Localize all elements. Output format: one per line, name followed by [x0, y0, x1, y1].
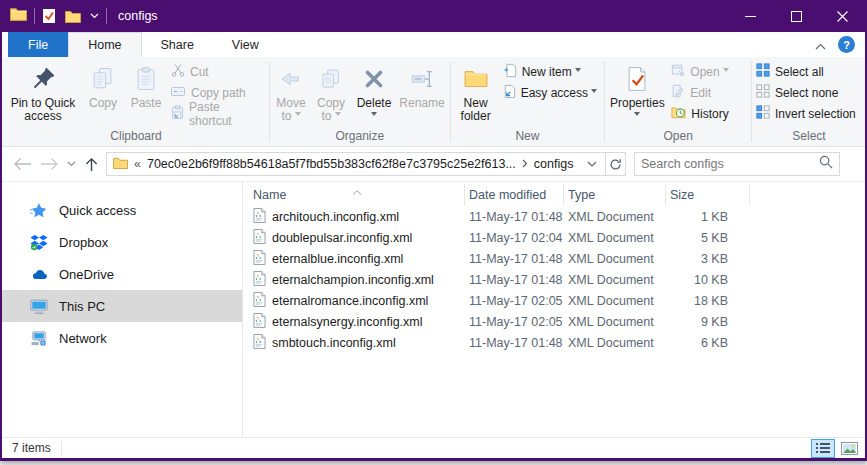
table-row[interactable]: smbtouch.inconfig.xml 11-May-17 01:48 XM…: [249, 332, 865, 353]
help-icon[interactable]: ?: [838, 36, 855, 53]
sidebar-item-onedrive[interactable]: OneDrive: [2, 258, 242, 290]
dropdown-arrow-icon: [634, 112, 640, 119]
ribbon-group-divider: [450, 62, 451, 142]
copy-icon: [89, 63, 117, 95]
tab-file[interactable]: File: [8, 32, 68, 57]
column-header-size[interactable]: Size: [666, 184, 750, 206]
minimize-button[interactable]: [727, 0, 773, 32]
xml-file-icon: [253, 271, 266, 289]
properties-button[interactable]: Properties: [606, 60, 668, 119]
table-row[interactable]: eternalromance.inconfig.xml 11-May-17 02…: [249, 290, 865, 311]
column-header-date-modified[interactable]: Date modified: [465, 184, 564, 206]
group-label-open: Open: [606, 128, 750, 146]
select-none-button[interactable]: Select none: [753, 82, 865, 103]
breadcrumb: « 70ec0e2b6f9ff88b54618a5f7fbd55b383cf62…: [107, 153, 579, 175]
address-bar[interactable]: « 70ec0e2b6f9ff88b54618a5f7fbd55b383cf62…: [106, 152, 626, 176]
navigation-pane: Quick access Dropbox OneDrive This PC: [2, 182, 243, 437]
ribbon-group-open: Properties Open Edit: [606, 58, 750, 146]
address-bar-row: « 70ec0e2b6f9ff88b54618a5f7fbd55b383cf62…: [2, 147, 865, 182]
recent-locations-chevron-icon[interactable]: [64, 158, 79, 170]
sort-ascending-icon: [352, 184, 362, 198]
paste-button: Paste: [124, 60, 168, 110]
collapse-ribbon-chevron-icon[interactable]: [815, 36, 826, 54]
ribbon-group-clipboard: Pin to Quick access Copy Paste: [4, 58, 268, 146]
maximize-button[interactable]: [773, 0, 819, 32]
ribbon-group-divider: [604, 62, 605, 142]
dropbox-icon: [29, 234, 48, 251]
group-label-select: Select: [753, 128, 865, 146]
search-input[interactable]: [641, 157, 819, 171]
tab-home[interactable]: Home: [68, 32, 141, 57]
quick-access-toolbar: [42, 8, 99, 24]
sidebar-item-this-pc[interactable]: This PC: [2, 290, 242, 322]
button-label: Copy to: [311, 97, 351, 123]
qat-properties-button[interactable]: [42, 8, 56, 24]
button-label: Copy: [89, 97, 117, 110]
details-view-button[interactable]: [811, 439, 835, 458]
button-label: Invert selection: [775, 107, 856, 121]
address-dropdown-chevron-icon[interactable]: [579, 153, 605, 175]
invert-selection-icon: [756, 105, 770, 122]
sidebar-item-label: Network: [59, 331, 107, 346]
breadcrumb-parent-folder[interactable]: 70ec0e2b6f9ff88b54618a5f7fbd55b383cf62f8…: [147, 157, 516, 171]
open-icon: [671, 63, 685, 80]
close-button[interactable]: [819, 0, 865, 32]
pin-to-quick-access-button[interactable]: Pin to Quick access: [4, 60, 82, 123]
ribbon-group-divider: [751, 62, 752, 142]
table-row[interactable]: doublepulsar.inconfig.xml 11-May-17 02:0…: [249, 227, 865, 248]
breadcrumb-current-folder[interactable]: configs: [534, 157, 574, 171]
ribbon-group-divider: [269, 62, 270, 142]
column-header-type[interactable]: Type: [564, 184, 666, 206]
new-item-button[interactable]: New item: [500, 61, 602, 82]
select-all-button[interactable]: Select all: [753, 61, 865, 82]
refresh-button[interactable]: [605, 153, 625, 175]
table-row[interactable]: eternalchampion.inconfig.xml 11-May-17 0…: [249, 269, 865, 290]
history-clock-icon: [671, 105, 686, 122]
button-label: Select all: [775, 65, 824, 79]
button-label: Rename: [399, 97, 444, 110]
column-headers: Name Date modified Type Size: [249, 184, 865, 206]
file-rows: architouch.inconfig.xml 11-May-17 01:48 …: [249, 206, 865, 353]
qat-new-folder-button[interactable]: [65, 10, 81, 23]
explorer-folder-icon: [10, 7, 27, 25]
easy-access-icon: [503, 84, 516, 102]
column-header-name[interactable]: Name: [249, 184, 465, 206]
select-none-icon: [756, 84, 770, 101]
titlebar-separator: [34, 8, 35, 24]
file-list-pane: Name Date modified Type Size architouch.…: [243, 182, 865, 437]
history-button[interactable]: History: [668, 103, 748, 124]
window-title: configs: [118, 9, 158, 23]
table-row[interactable]: architouch.inconfig.xml 11-May-17 01:48 …: [249, 206, 865, 227]
invert-selection-button[interactable]: Invert selection: [753, 103, 865, 124]
breadcrumb-overflow-glyph[interactable]: «: [134, 157, 141, 171]
table-row[interactable]: eternalsynergy.inconfig.xml 11-May-17 02…: [249, 311, 865, 332]
thumbnails-view-button[interactable]: [837, 439, 861, 458]
table-row[interactable]: eternalblue.inconfig.xml 11-May-17 01:48…: [249, 248, 865, 269]
sidebar-item-dropbox[interactable]: Dropbox: [2, 226, 242, 258]
onedrive-icon: [29, 268, 48, 280]
button-label: New item: [522, 65, 581, 79]
breadcrumb-chevron-icon[interactable]: [522, 157, 528, 171]
new-folder-button[interactable]: New folder: [452, 60, 500, 123]
ribbon-home: Pin to Quick access Copy Paste: [2, 57, 865, 147]
sidebar-item-quick-access[interactable]: Quick access: [2, 194, 242, 226]
qat-customize-chevron-icon[interactable]: [90, 13, 99, 19]
ribbon-group-organize: Move to Copy to Delete: [271, 58, 449, 146]
easy-access-button[interactable]: Easy access: [500, 82, 602, 103]
move-to-icon: [278, 63, 304, 95]
forward-button: [37, 154, 62, 174]
search-box: [634, 152, 840, 176]
up-button[interactable]: [81, 154, 102, 175]
select-all-icon: [756, 63, 770, 80]
delete-button[interactable]: Delete: [351, 60, 397, 119]
tab-view[interactable]: View: [213, 32, 278, 57]
sidebar-item-label: Quick access: [59, 203, 136, 218]
tab-share[interactable]: Share: [142, 32, 213, 57]
folder-icon: [113, 157, 128, 172]
xml-file-icon: [253, 334, 266, 352]
edit-button: Edit: [668, 82, 748, 103]
button-label: Delete: [357, 97, 392, 110]
thumbnails-view-icon: [841, 442, 858, 455]
sidebar-item-network[interactable]: Network: [2, 322, 242, 354]
search-icon[interactable]: [819, 155, 833, 173]
